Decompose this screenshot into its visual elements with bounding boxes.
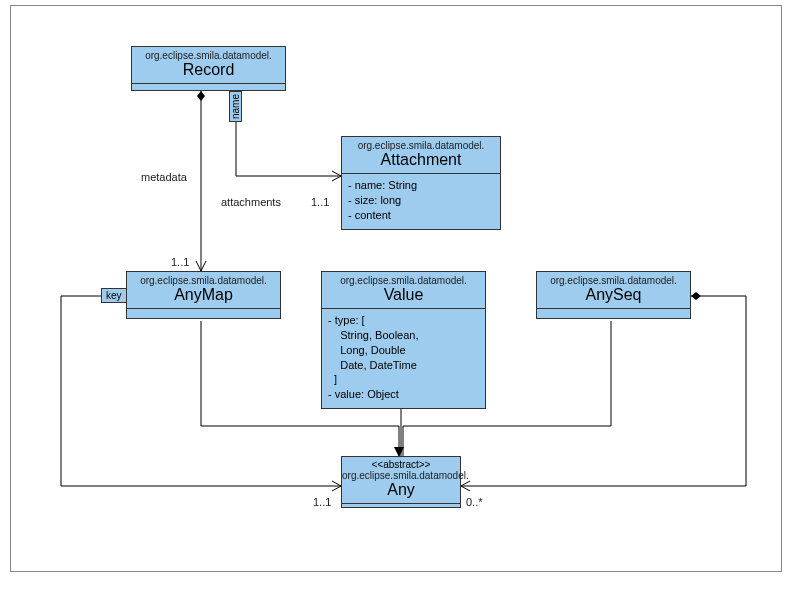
- class-value: org.eclipse.smila.datamodel. Value - typ…: [321, 271, 486, 409]
- attr: Date, DateTime: [328, 358, 479, 373]
- pkg-label: org.eclipse.smila.datamodel.: [127, 272, 280, 286]
- diagram-canvas: org.eclipse.smila.datamodel. Record org.…: [10, 5, 782, 572]
- attr: - value: Object: [328, 387, 479, 402]
- pkg-label: org.eclipse.smila.datamodel.: [322, 272, 485, 286]
- label-metadata: metadata: [141, 171, 187, 183]
- qualifier-name: name: [229, 91, 242, 122]
- pkg-label: org.eclipse.smila.datamodel.: [342, 470, 460, 481]
- class-body: - name: String - size: long - content: [342, 174, 500, 229]
- class-name: AnyMap: [127, 286, 280, 308]
- mult-0-star: 0..*: [466, 496, 483, 508]
- class-body: - type: [ String, Boolean, Long, Double …: [322, 309, 485, 408]
- attr: Long, Double: [328, 343, 479, 358]
- class-record: org.eclipse.smila.datamodel. Record: [131, 46, 286, 91]
- class-name: Value: [322, 286, 485, 308]
- stereotype: <<abstract>>: [342, 457, 460, 470]
- attr: - name: String: [348, 178, 494, 193]
- attr: - type: [: [328, 313, 479, 328]
- class-name: Record: [132, 61, 285, 83]
- class-anyseq: org.eclipse.smila.datamodel. AnySeq: [536, 271, 691, 319]
- class-anymap: org.eclipse.smila.datamodel. AnyMap: [126, 271, 281, 319]
- attr: - size: long: [348, 193, 494, 208]
- class-name: Attachment: [342, 151, 500, 173]
- class-attachment: org.eclipse.smila.datamodel. Attachment …: [341, 136, 501, 230]
- mult-1-1: 1..1: [313, 496, 331, 508]
- pkg-label: org.eclipse.smila.datamodel.: [342, 137, 500, 151]
- pkg-label: org.eclipse.smila.datamodel.: [132, 47, 285, 61]
- class-name: AnySeq: [537, 286, 690, 308]
- pkg-label: org.eclipse.smila.datamodel.: [537, 272, 690, 286]
- class-name: Any: [342, 481, 460, 503]
- qualifier-key: key: [101, 288, 127, 303]
- label-attachments: attachments: [221, 196, 281, 208]
- mult-1-1: 1..1: [171, 256, 189, 268]
- class-any: <<abstract>> org.eclipse.smila.datamodel…: [341, 456, 461, 508]
- attr: - content: [348, 208, 494, 223]
- attr: String, Boolean,: [328, 328, 479, 343]
- mult-1-1: 1..1: [311, 196, 329, 208]
- attr: ]: [328, 372, 479, 387]
